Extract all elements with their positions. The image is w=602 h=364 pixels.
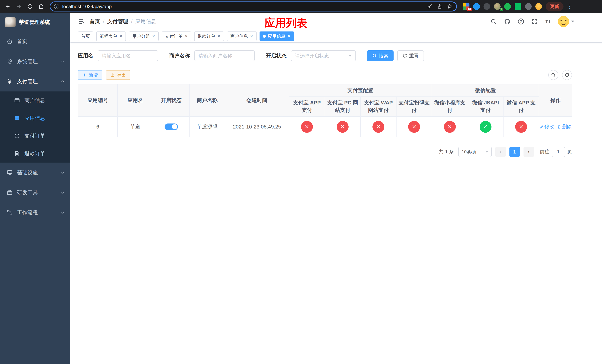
refresh-table-button[interactable] bbox=[562, 70, 572, 80]
next-page-button[interactable]: › bbox=[524, 147, 534, 157]
sidebar-item-workflow[interactable]: 工作流程 bbox=[0, 203, 70, 223]
monitor-icon bbox=[7, 170, 13, 175]
trash-icon bbox=[557, 125, 561, 129]
show-search-button[interactable] bbox=[548, 70, 558, 80]
col-header-wx-app: 微信 APP 支付 bbox=[503, 97, 539, 117]
export-button[interactable]: 导出 bbox=[106, 70, 130, 80]
tab-refund-orders[interactable]: 退款订单 ✕ bbox=[194, 32, 224, 41]
font-size-icon[interactable]: TT bbox=[544, 17, 552, 26]
sidebar-item-refund-orders[interactable]: 退款订单 bbox=[0, 145, 70, 162]
page-content: 应用名 商户名称 开启状态 请选择开启状态 搜索 bbox=[70, 43, 602, 157]
url-bar[interactable]: i localhost:1024/pay/app bbox=[50, 1, 457, 11]
sidebar-item-label: 商户信息 bbox=[24, 97, 45, 104]
col-header-status: 开启状态 bbox=[153, 84, 189, 117]
extension-drop-icon[interactable] bbox=[473, 3, 480, 10]
tab-app-info[interactable]: 应用信息 ✕ bbox=[259, 32, 294, 41]
page-size-select[interactable]: 10条/页 bbox=[458, 147, 492, 157]
refresh-button[interactable] bbox=[25, 2, 35, 11]
extension-green-circle-icon[interactable] bbox=[504, 3, 511, 10]
page-title-annotation: 应用列表 bbox=[264, 16, 307, 30]
sidebar-item-dev-tools[interactable]: 研发工具 bbox=[0, 182, 70, 203]
forward-icon bbox=[16, 3, 22, 10]
edit-link[interactable]: 修改 bbox=[539, 124, 554, 130]
goto-page-input[interactable] bbox=[552, 147, 565, 157]
sidebar-item-label: 研发工具 bbox=[17, 189, 38, 196]
delete-link[interactable]: 删除 bbox=[557, 124, 572, 130]
site-info-icon[interactable]: i bbox=[54, 4, 59, 9]
help-icon[interactable]: ? bbox=[517, 17, 525, 26]
status-select-placeholder: 请选择开启状态 bbox=[295, 53, 329, 59]
close-icon[interactable]: ✕ bbox=[152, 34, 155, 38]
status-select[interactable]: 请选择开启状态 bbox=[291, 50, 356, 61]
tab-label: 应用信息 bbox=[268, 33, 285, 39]
close-icon[interactable]: ✕ bbox=[217, 34, 220, 38]
extension-profile-icon[interactable]: 1 bbox=[494, 3, 501, 10]
extension-grid-icon[interactable]: 10 bbox=[463, 3, 469, 10]
col-header-created: 创建时间 bbox=[225, 84, 289, 117]
prev-page-button[interactable]: ‹ bbox=[495, 147, 506, 157]
sidebar-item-payment[interactable]: 支付管理 bbox=[0, 72, 70, 91]
home-button[interactable] bbox=[36, 2, 46, 11]
col-header-merchant: 商户名称 bbox=[189, 84, 225, 117]
order-icon bbox=[14, 133, 20, 139]
update-button[interactable]: 更新 bbox=[546, 2, 563, 11]
bank-card-icon bbox=[14, 97, 20, 103]
bookmark-star-icon[interactable] bbox=[447, 4, 452, 9]
tab-payment-orders[interactable]: 支付订单 ✕ bbox=[161, 32, 191, 41]
goto-suffix: 页 bbox=[567, 149, 572, 155]
extension-dark-icon[interactable] bbox=[484, 3, 490, 10]
sidebar-item-merchant-info[interactable]: 商户信息 bbox=[0, 91, 70, 109]
close-icon[interactable]: ✕ bbox=[119, 34, 123, 38]
close-icon[interactable]: ✕ bbox=[250, 34, 253, 38]
browser-menu-button[interactable]: ⋮ bbox=[565, 2, 575, 11]
extension-chat-icon[interactable] bbox=[515, 3, 521, 10]
breadcrumb-current: 应用信息 bbox=[136, 18, 156, 25]
tab-label: 用户分组 bbox=[132, 33, 150, 39]
tab-process-form[interactable]: 流程表单 ✕ bbox=[96, 32, 126, 41]
sidebar-item-payment-orders[interactable]: 支付订单 bbox=[0, 127, 70, 145]
document-icon bbox=[14, 151, 20, 157]
tab-merchant-info[interactable]: 商户信息 ✕ bbox=[227, 32, 257, 41]
fullscreen-icon[interactable] bbox=[531, 17, 539, 26]
chevron-down-icon bbox=[571, 21, 574, 22]
page-number-button[interactable]: 1 bbox=[509, 147, 520, 157]
close-icon[interactable]: ✕ bbox=[184, 34, 188, 38]
tab-home[interactable]: 首页 bbox=[78, 32, 93, 41]
tab-label: 商户信息 bbox=[230, 33, 248, 39]
merchant-name-input[interactable] bbox=[194, 50, 255, 61]
sidebar-item-label: 系统管理 bbox=[17, 58, 38, 65]
status-toggle[interactable] bbox=[165, 124, 178, 130]
sidebar-item-app-info[interactable]: 应用信息 bbox=[0, 109, 70, 127]
col-header-wx-lite: 微信小程序支付 bbox=[432, 97, 468, 117]
forward-button[interactable] bbox=[14, 2, 24, 11]
user-menu[interactable] bbox=[558, 16, 574, 27]
close-icon[interactable]: ✕ bbox=[287, 34, 291, 38]
extension-grid-badge: 10 bbox=[467, 8, 472, 11]
browser-profile-avatar-icon[interactable] bbox=[535, 3, 542, 10]
sidebar-logo[interactable]: 芋道管理系统 bbox=[0, 13, 70, 32]
tab-label: 退款订单 bbox=[197, 33, 215, 39]
extensions-cluster: 10 1 bbox=[461, 3, 544, 10]
hamburger-icon[interactable] bbox=[75, 15, 87, 28]
github-icon[interactable] bbox=[503, 17, 511, 26]
add-button[interactable]: 新增 bbox=[78, 70, 102, 80]
password-key-icon[interactable] bbox=[427, 4, 432, 9]
browser-toolbar: i localhost:1024/pay/app 10 1 更新 ⋮ bbox=[0, 0, 602, 13]
back-button[interactable] bbox=[3, 2, 13, 11]
header-search-icon[interactable] bbox=[489, 17, 498, 26]
col-header-wx-jsapi: 微信 JSAPI 支付 bbox=[468, 97, 503, 117]
app-name-input[interactable] bbox=[98, 50, 158, 61]
sidebar-item-system[interactable]: 系统管理 bbox=[0, 52, 70, 72]
sidebar-item-infrastructure[interactable]: 基础设施 bbox=[0, 162, 70, 182]
share-icon[interactable] bbox=[437, 4, 442, 9]
breadcrumb-home[interactable]: 首页 bbox=[90, 18, 100, 25]
cell-merchant: 芋道源码 bbox=[189, 117, 225, 137]
sidebar-item-home[interactable]: 首页 bbox=[0, 32, 70, 52]
extension-puzzle-icon[interactable] bbox=[525, 3, 532, 10]
search-button[interactable]: 搜索 bbox=[367, 50, 394, 61]
reset-icon bbox=[402, 53, 407, 58]
breadcrumb-payment[interactable]: 支付管理 bbox=[107, 18, 128, 25]
reset-button[interactable]: 重置 bbox=[397, 50, 424, 61]
refresh-icon bbox=[27, 3, 33, 10]
tab-user-group[interactable]: 用户分组 ✕ bbox=[129, 32, 159, 41]
